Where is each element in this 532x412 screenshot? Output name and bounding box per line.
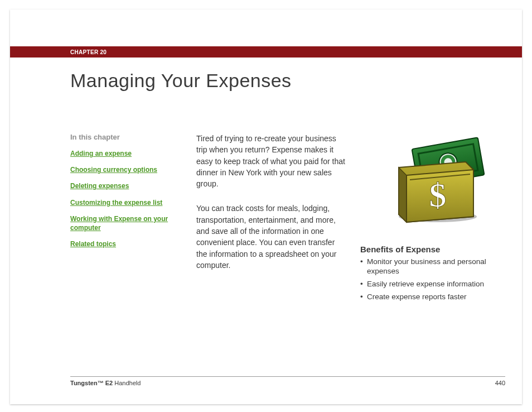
content-area: Managing Your Expenses In this chapter A… xyxy=(70,70,505,305)
body-paragraph-2: You can track costs for meals, lodging, … xyxy=(196,203,346,271)
footer-product-name: Tungsten™ E2 Handheld xyxy=(70,380,141,386)
chapter-header-bar: CHAPTER 20 xyxy=(10,46,522,58)
toc-link-deleting-expenses[interactable]: Deleting expenses xyxy=(70,181,176,190)
toc-sidebar: In this chapter Adding an expense Choosi… xyxy=(70,133,176,256)
document-page: CHAPTER 20 Managing Your Expenses In thi… xyxy=(10,9,522,404)
body-paragraph-1: Tired of trying to re-create your busine… xyxy=(196,133,346,189)
benefit-item: Monitor your business and personal expen… xyxy=(360,257,505,276)
toc-link-adding-expense[interactable]: Adding an expense xyxy=(70,149,176,158)
toc-link-customizing-list[interactable]: Customizing the expense list xyxy=(70,198,176,207)
benefits-list: Monitor your business and personal expen… xyxy=(360,257,505,302)
body-column: Tired of trying to re-create your busine… xyxy=(196,133,346,284)
footer-product-bold: Tungsten™ E2 xyxy=(70,380,113,386)
page-footer: Tungsten™ E2 Handheld 440 xyxy=(70,376,505,386)
benefit-item: Create expense reports faster xyxy=(360,293,505,302)
footer-product-rest: Handheld xyxy=(113,380,141,386)
toc-heading: In this chapter xyxy=(70,133,176,141)
toc-link-expense-on-computer[interactable]: Working with Expense on your computer xyxy=(70,214,176,232)
toc-link-related-topics[interactable]: Related topics xyxy=(70,239,176,248)
benefit-item: Easily retrieve expense information xyxy=(360,280,505,289)
svg-text:$: $ xyxy=(429,176,447,214)
wallet-dollar-icon: $ xyxy=(382,134,489,229)
footer-page-number: 440 xyxy=(495,380,505,386)
benefits-heading: Benefits of Expense xyxy=(360,245,505,254)
page-title: Managing Your Expenses xyxy=(70,70,505,92)
chapter-label: CHAPTER 20 xyxy=(70,49,107,55)
benefits-column: $ Benefits of Expense Monitor your busin… xyxy=(366,133,505,305)
columns-layout: In this chapter Adding an expense Choosi… xyxy=(70,133,505,305)
toc-link-currency-options[interactable]: Choosing currency options xyxy=(70,165,176,174)
